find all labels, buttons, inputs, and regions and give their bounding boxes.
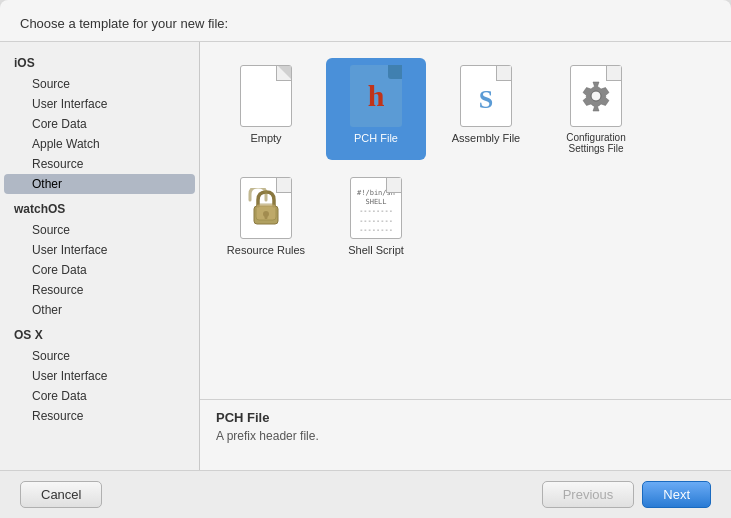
- footer-right: Previous Next: [542, 481, 711, 508]
- svg-rect-4: [256, 204, 276, 220]
- assembly-file-icon: S: [456, 64, 516, 128]
- shell-script-icon: #!/bin/shSHELL------------------------: [346, 176, 406, 240]
- sidebar-item-watchos-resource[interactable]: Resource: [4, 280, 195, 300]
- file-label-resource-rules: Resource Rules: [227, 244, 305, 256]
- file-item-resource-rules[interactable]: Resource Rules: [216, 170, 316, 262]
- sidebar-group-ios: iOS: [0, 52, 199, 74]
- assembly-letter: S: [479, 85, 493, 115]
- file-grid: Empty h PCH File S: [200, 42, 731, 400]
- description-title: PCH File: [216, 410, 715, 425]
- empty-file-icon: [236, 64, 296, 128]
- sidebar-item-watchos-core-data[interactable]: Core Data: [4, 260, 195, 280]
- svg-point-0: [591, 91, 601, 101]
- sidebar-item-ios-resource[interactable]: Resource: [4, 154, 195, 174]
- sidebar-item-osx-user-interface[interactable]: User Interface: [4, 366, 195, 386]
- shell-text: #!/bin/shSHELL------------------------: [357, 181, 395, 234]
- sidebar-item-osx-resource[interactable]: Resource: [4, 406, 195, 426]
- gear-icon: [580, 80, 612, 112]
- config-file-icon: [566, 64, 626, 128]
- dialog-footer: Cancel Previous Next: [0, 470, 731, 518]
- lock-icon: [248, 188, 284, 228]
- sidebar-item-watchos-source[interactable]: Source: [4, 220, 195, 240]
- file-label-config: ConfigurationSettings File: [566, 132, 625, 154]
- dialog: Choose a template for your new file: iOS…: [0, 0, 731, 518]
- description-text: A prefix header file.: [216, 429, 715, 443]
- sidebar-item-watchos-other[interactable]: Other: [4, 300, 195, 320]
- file-item-config[interactable]: ConfigurationSettings File: [546, 58, 646, 160]
- file-label-empty: Empty: [250, 132, 281, 144]
- sidebar-item-ios-core-data[interactable]: Core Data: [4, 114, 195, 134]
- previous-button[interactable]: Previous: [542, 481, 635, 508]
- sidebar: iOS Source User Interface Core Data Appl…: [0, 42, 200, 470]
- sidebar-group-watchos: watchOS: [0, 198, 199, 220]
- sidebar-item-ios-other[interactable]: Other: [4, 174, 195, 194]
- file-item-pch[interactable]: h PCH File: [326, 58, 426, 160]
- file-label-assembly: Assembly File: [452, 132, 520, 144]
- sidebar-item-watchos-user-interface[interactable]: User Interface: [4, 240, 195, 260]
- sidebar-item-osx-core-data[interactable]: Core Data: [4, 386, 195, 406]
- file-item-empty[interactable]: Empty: [216, 58, 316, 160]
- cancel-button[interactable]: Cancel: [20, 481, 102, 508]
- sidebar-item-ios-source[interactable]: Source: [4, 74, 195, 94]
- pch-file-icon: h: [346, 64, 406, 128]
- sidebar-item-osx-source[interactable]: Source: [4, 346, 195, 366]
- pch-letter: h: [368, 79, 385, 113]
- file-label-shell-script: Shell Script: [348, 244, 404, 256]
- description-area: PCH File A prefix header file.: [200, 400, 731, 470]
- sidebar-group-osx: OS X: [0, 324, 199, 346]
- sidebar-item-ios-apple-watch[interactable]: Apple Watch: [4, 134, 195, 154]
- main-content: Empty h PCH File S: [200, 42, 731, 470]
- sidebar-item-ios-user-interface[interactable]: User Interface: [4, 94, 195, 114]
- file-item-assembly[interactable]: S Assembly File: [436, 58, 536, 160]
- dialog-body: iOS Source User Interface Core Data Appl…: [0, 42, 731, 470]
- file-label-pch: PCH File: [354, 132, 398, 144]
- resource-rules-icon: [236, 176, 296, 240]
- next-button[interactable]: Next: [642, 481, 711, 508]
- dialog-title: Choose a template for your new file:: [0, 0, 731, 42]
- file-item-shell-script[interactable]: #!/bin/shSHELL------------------------ S…: [326, 170, 426, 262]
